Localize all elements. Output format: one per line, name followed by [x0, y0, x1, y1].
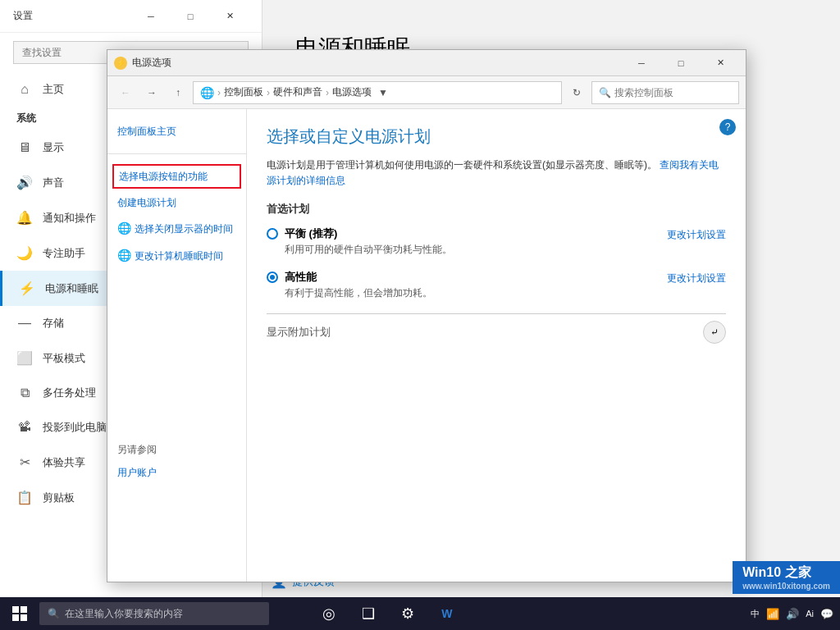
- dialog-main: ? 选择或自定义电源计划 电源计划是用于管理计算机如何使用电源的一套硬件和系统设…: [247, 109, 746, 582]
- forward-btn[interactable]: →: [140, 81, 163, 104]
- win10-site-url: www.win10xitong.com: [742, 582, 830, 591]
- dialog-close-btn[interactable]: ✕: [701, 50, 739, 76]
- change-sleep-icon: 🌐: [117, 247, 131, 264]
- sidebar-item-label: 投影到此电脑: [43, 420, 107, 435]
- breadcrumb-dropdown[interactable]: ▼: [378, 87, 388, 98]
- sidebar-item-label: 多任务处理: [43, 386, 96, 400]
- plan-details-highperf: 高性能 有利于提高性能，但会增加功耗。: [285, 270, 667, 300]
- win10-badge-title: Win10 之家: [742, 565, 810, 579]
- change-sleep-link[interactable]: 🌐 更改计算机睡眠时间: [107, 242, 246, 269]
- tray-language[interactable]: 中: [751, 608, 760, 620]
- sidebar-item-label: 存储: [43, 316, 64, 331]
- settings-title-bar: 设置 ─ □ ✕: [0, 0, 262, 33]
- power-button-link[interactable]: 选择电源按钮的功能: [112, 164, 241, 189]
- tablet-icon: ⬜: [16, 350, 33, 366]
- search-icon: 🔍: [599, 87, 611, 98]
- dialog-minimize-btn[interactable]: ─: [623, 50, 660, 76]
- home-icon: ⌂: [16, 82, 33, 97]
- settings-window-controls: ─ □ ✕: [132, 3, 249, 30]
- notifications-icon: 🔔: [16, 210, 33, 226]
- sidebar-item-label: 主页: [43, 82, 64, 97]
- power-icon: ⚡: [19, 281, 35, 296]
- storage-icon: —: [16, 316, 33, 331]
- also-see-title: 另请参阅: [107, 433, 246, 460]
- dialog-description: 电源计划是用于管理计算机如何使用电源的一套硬件和系统设置(如显示器亮度、睡眠等)…: [267, 158, 726, 189]
- choose-display-icon: 🌐: [117, 220, 131, 237]
- start-button[interactable]: [0, 597, 39, 630]
- settings-close-btn[interactable]: ✕: [211, 3, 249, 30]
- settings-maximize-btn[interactable]: □: [171, 3, 209, 30]
- refresh-btn[interactable]: ↻: [565, 81, 588, 104]
- tray-action-center[interactable]: 💬: [820, 608, 833, 620]
- plan-name-highperf: 高性能: [285, 270, 667, 285]
- dialog-sidebar: 控制面板主页 选择电源按钮的功能 创建电源计划 🌐 选择关闭显示器的时间 🌐 更…: [107, 109, 247, 582]
- settings-minimize-btn[interactable]: ─: [132, 3, 170, 30]
- taskbar-tray: 中 📶 🔊 Ai 💬: [744, 608, 840, 620]
- sidebar-item-label: 显示: [43, 140, 64, 155]
- sidebar-item-label: 平板模式: [43, 351, 85, 366]
- tray-network[interactable]: 📶: [766, 608, 779, 620]
- plan-item-highperf: 高性能 有利于提高性能，但会增加功耗。 更改计划设置: [267, 270, 726, 300]
- project-icon: 📽: [16, 420, 33, 435]
- plan-name-balanced: 平衡 (推荐): [285, 226, 667, 241]
- sidebar-item-label: 剪贴板: [43, 491, 75, 505]
- sidebar-item-label: 通知和操作: [43, 211, 96, 226]
- plan-radio-balanced[interactable]: [267, 228, 278, 240]
- settings-title: 设置: [13, 9, 33, 23]
- tray-volume[interactable]: 🔊: [786, 608, 799, 620]
- windows-logo: [12, 606, 27, 621]
- settings-btn[interactable]: ⚙: [390, 597, 426, 630]
- file-explorer-btn[interactable]: ❑: [350, 597, 386, 630]
- dialog-window-controls: ─ □ ✕: [623, 50, 739, 76]
- user-accounts-link[interactable]: 用户账户: [107, 460, 246, 485]
- power-options-dialog: ⚡ 电源选项 ─ □ ✕ ← → ↑ 🌐 › 控制面板 › 硬件和声音 › 电源…: [107, 49, 746, 582]
- plan-change-link-highperf[interactable]: 更改计划设置: [667, 270, 726, 285]
- dialog-title-left: ⚡ 电源选项: [114, 56, 171, 70]
- back-btn[interactable]: ←: [114, 81, 137, 104]
- plan-change-link-balanced[interactable]: 更改计划设置: [667, 226, 726, 242]
- breadcrumb-sep2: ›: [267, 87, 270, 98]
- breadcrumb-item-power[interactable]: 电源选项: [332, 85, 372, 99]
- breadcrumb-icon: 🌐: [200, 86, 214, 99]
- multitask-icon: ⧉: [16, 386, 33, 400]
- word-btn[interactable]: W: [429, 597, 465, 630]
- task-view-btn[interactable]: ◎: [311, 597, 347, 630]
- dialog-title-text: 电源选项: [132, 56, 171, 70]
- win10-badge: Win10 之家 www.win10xitong.com: [733, 561, 840, 594]
- sound-icon: 🔊: [16, 175, 33, 190]
- focus-icon: 🌙: [16, 245, 33, 261]
- choose-display-link[interactable]: 🌐 选择关闭显示器的时间: [107, 215, 246, 242]
- help-icon[interactable]: ?: [719, 119, 736, 135]
- preferred-plans-label: 首选计划: [267, 202, 726, 217]
- tray-time: Ai: [806, 609, 814, 619]
- breadcrumb-sep3: ›: [326, 87, 329, 98]
- breadcrumb-sep1: ›: [217, 87, 221, 98]
- breadcrumb-item-cpanel[interactable]: 控制面板: [224, 85, 263, 99]
- search-bar: 🔍: [591, 81, 739, 104]
- display-icon: 🖥: [16, 140, 33, 155]
- sidebar-item-label: 体验共享: [43, 455, 85, 470]
- plan-radio-highperf[interactable]: [267, 272, 278, 283]
- plan-desc-highperf: 有利于提高性能，但会增加功耗。: [285, 286, 667, 300]
- extra-plans-expand-btn[interactable]: ⤶: [703, 321, 726, 344]
- up-btn[interactable]: ↑: [167, 81, 189, 104]
- dialog-main-title: 选择或自定义电源计划: [267, 126, 726, 148]
- taskbar-search[interactable]: 🔍 在这里输入你要搜索的内容: [39, 602, 269, 625]
- control-panel-home-link[interactable]: 控制面板主页: [107, 119, 246, 144]
- sidebar-item-label: 电源和睡眠: [45, 281, 98, 296]
- extra-plans-bar: 显示附加计划 ⤶: [267, 313, 726, 350]
- taskbar-search-icon: 🔍: [48, 608, 60, 619]
- plan-desc-balanced: 利用可用的硬件自动平衡功耗与性能。: [285, 243, 667, 257]
- dialog-body: 控制面板主页 选择电源按钮的功能 创建电源计划 🌐 选择关闭显示器的时间 🌐 更…: [107, 109, 746, 582]
- dialog-maximize-btn[interactable]: □: [662, 50, 700, 76]
- taskbar: 🔍 在这里输入你要搜索的内容 ◎ ❑ ⚙ W 中 📶 🔊 Ai 💬: [0, 597, 840, 630]
- breadcrumb-item-hardware[interactable]: 硬件和声音: [273, 85, 322, 99]
- taskbar-apps: ◎ ❑ ⚙ W: [269, 597, 507, 630]
- extra-plans-label: 显示附加计划: [267, 325, 703, 340]
- taskbar-search-placeholder: 在这里输入你要搜索的内容: [65, 607, 183, 621]
- search-input[interactable]: [614, 87, 713, 98]
- clipboard-icon: 📋: [16, 490, 33, 505]
- sidebar-item-label: 声音: [43, 176, 64, 190]
- create-plan-link[interactable]: 创建电源计划: [107, 190, 246, 215]
- address-bar: ← → ↑ 🌐 › 控制面板 › 硬件和声音 › 电源选项 ▼ ↻ 🔍: [107, 76, 746, 109]
